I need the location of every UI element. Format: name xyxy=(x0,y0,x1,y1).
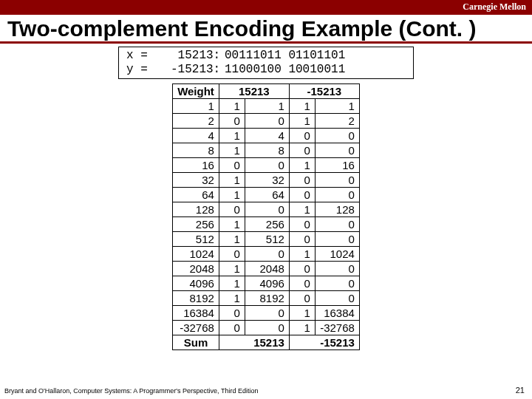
cell-bit-pos: 1 xyxy=(219,262,245,276)
cell-bit-pos: 1 xyxy=(219,129,245,143)
table-row: 20012 xyxy=(173,114,360,129)
x-label: x = xyxy=(126,49,171,63)
x-bits: 00111011 01101101 xyxy=(219,49,345,63)
cell-bit-pos: 1 xyxy=(219,217,245,232)
cell-val-pos: 0 xyxy=(245,306,289,321)
cell-bit-neg: 0 xyxy=(289,276,315,291)
cell-weight: 1 xyxy=(173,99,219,114)
cell-val-neg: 16384 xyxy=(315,306,359,321)
cell-bit-pos: 0 xyxy=(219,321,245,335)
cell-val-pos: 0 xyxy=(245,247,289,262)
cell-bit-pos: 0 xyxy=(219,247,245,262)
cell-bit-pos: 1 xyxy=(219,276,245,291)
table-row: 10240011024 xyxy=(173,247,360,262)
cell-weight: 32 xyxy=(173,173,219,188)
table-row: -32768001-32768 xyxy=(173,321,360,335)
cell-val-neg: 0 xyxy=(315,129,359,143)
cell-bit-neg: 1 xyxy=(289,158,315,173)
header-weight: Weight xyxy=(173,84,219,99)
table-row: 3213200 xyxy=(173,173,360,188)
cell-val-pos: 8 xyxy=(245,143,289,158)
cell-val-neg: 0 xyxy=(315,143,359,158)
page-number: 21 xyxy=(516,386,525,395)
cell-bit-neg: 0 xyxy=(289,188,315,202)
table-row: 41400 xyxy=(173,129,360,143)
sum-pos: 15213 xyxy=(219,335,289,350)
y-label: y = xyxy=(126,63,171,77)
cell-bit-pos: 0 xyxy=(219,306,245,321)
cell-bit-pos: 1 xyxy=(219,173,245,188)
cell-val-neg: 0 xyxy=(315,276,359,291)
table-row: 256125600 xyxy=(173,217,360,232)
cell-val-pos: 256 xyxy=(245,217,289,232)
sum-neg: -15213 xyxy=(289,335,359,350)
cell-bit-pos: 1 xyxy=(219,99,245,114)
cell-bit-neg: 0 xyxy=(289,262,315,276)
cell-val-pos: 0 xyxy=(245,321,289,335)
table-row: 512151200 xyxy=(173,232,360,247)
cell-weight: 1024 xyxy=(173,247,219,262)
title-underline xyxy=(0,41,532,44)
cell-val-neg: 1 xyxy=(315,99,359,114)
cell-bit-neg: 1 xyxy=(289,321,315,335)
header-neg: -15213 xyxy=(289,84,359,99)
cell-val-neg: 0 xyxy=(315,217,359,232)
cell-weight: 16384 xyxy=(173,306,219,321)
cell-weight: 2 xyxy=(173,114,219,129)
sum-row: Sum 15213 -15213 xyxy=(173,335,360,350)
sum-label: Sum xyxy=(173,335,219,350)
cell-val-pos: 32 xyxy=(245,173,289,188)
cell-val-pos: 8192 xyxy=(245,291,289,306)
cell-val-pos: 64 xyxy=(245,188,289,202)
cell-weight: 64 xyxy=(173,188,219,202)
cell-bit-pos: 0 xyxy=(219,202,245,217)
cell-val-pos: 0 xyxy=(245,114,289,129)
cell-val-neg: 128 xyxy=(315,202,359,217)
cell-weight: 512 xyxy=(173,232,219,247)
cell-weight: 4 xyxy=(173,129,219,143)
cell-val-pos: 2048 xyxy=(245,262,289,276)
cell-val-neg: 16 xyxy=(315,158,359,173)
cell-weight: 2048 xyxy=(173,262,219,276)
cell-val-neg: 2 xyxy=(315,114,359,129)
cell-val-pos: 4096 xyxy=(245,276,289,291)
cell-bit-neg: 1 xyxy=(289,247,315,262)
cell-bit-neg: 1 xyxy=(289,202,315,217)
header-pos: 15213 xyxy=(219,84,289,99)
cell-weight: 256 xyxy=(173,217,219,232)
cell-val-neg: 0 xyxy=(315,188,359,202)
cell-val-neg: 1024 xyxy=(315,247,359,262)
cell-bit-neg: 0 xyxy=(289,173,315,188)
cell-val-pos: 512 xyxy=(245,232,289,247)
cell-val-neg: 0 xyxy=(315,291,359,306)
table-header-row: Weight 15213 -15213 xyxy=(173,84,360,99)
cell-bit-neg: 1 xyxy=(289,99,315,114)
cell-bit-neg: 0 xyxy=(289,129,315,143)
cell-bit-pos: 1 xyxy=(219,188,245,202)
cell-bit-neg: 1 xyxy=(289,114,315,129)
cell-val-neg: 0 xyxy=(315,232,359,247)
cell-weight: 8192 xyxy=(173,291,219,306)
cell-bit-neg: 0 xyxy=(289,232,315,247)
cell-weight: 16 xyxy=(173,158,219,173)
y-value: -15213: xyxy=(171,63,219,77)
cell-bit-neg: 0 xyxy=(289,217,315,232)
cell-val-pos: 1 xyxy=(245,99,289,114)
cell-bit-pos: 1 xyxy=(219,143,245,158)
cell-bit-neg: 0 xyxy=(289,291,315,306)
table-row: 1600116 xyxy=(173,158,360,173)
table-row: 40961409600 xyxy=(173,276,360,291)
cell-weight: -32768 xyxy=(173,321,219,335)
slide-title: Two-complement Encoding Example (Cont. ) xyxy=(0,15,532,41)
cell-bit-neg: 1 xyxy=(289,306,315,321)
cell-val-pos: 0 xyxy=(245,158,289,173)
binary-box: x = 15213: 00111011 01101101 y = -15213:… xyxy=(118,47,414,79)
cell-bit-pos: 0 xyxy=(219,114,245,129)
cell-weight: 4096 xyxy=(173,276,219,291)
cell-bit-neg: 0 xyxy=(289,143,315,158)
y-bits: 11000100 10010011 xyxy=(219,63,345,77)
cell-val-neg: 0 xyxy=(315,173,359,188)
table-row: 81921819200 xyxy=(173,291,360,306)
cell-val-pos: 0 xyxy=(245,202,289,217)
encoding-table: Weight 15213 -15213 11111200124140081800… xyxy=(172,83,360,350)
